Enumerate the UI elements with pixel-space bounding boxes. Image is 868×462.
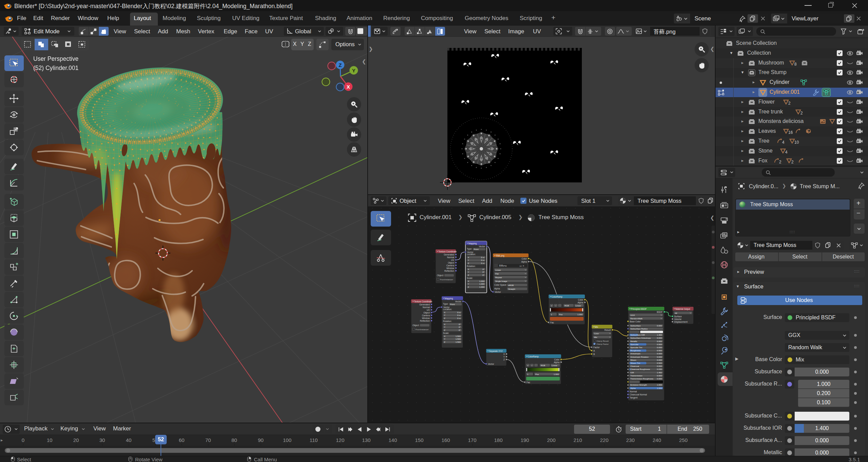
- svg-text:0 m: 0 m: [457, 317, 461, 319]
- svg-text:A: A: [593, 350, 595, 352]
- svg-text:X: X: [444, 312, 445, 314]
- svg-text:1.000: 1.000: [657, 387, 662, 389]
- svg-text:Scale:: Scale:: [467, 277, 473, 279]
- svg-text:Texture Coordinate: Texture Coordinate: [414, 300, 432, 303]
- svg-text:Clearcoat: Clearcoat: [630, 365, 639, 367]
- svg-text:Mapping: Mapping: [445, 297, 453, 300]
- svg-text:Separate XYZ: Separate XYZ: [489, 350, 503, 353]
- svg-text:Object: Object: [423, 312, 430, 314]
- svg-text:Alpha: Alpha: [521, 261, 527, 263]
- svg-text:Vector: Vector: [495, 291, 501, 293]
- svg-text:苔藓png: 苔藓png: [499, 264, 506, 267]
- svg-text:X: X: [503, 353, 505, 355]
- svg-text:Subsurface IOR: Subsurface IOR: [630, 334, 645, 336]
- svg-text:Roughness: Roughness: [630, 350, 641, 352]
- svg-text:Y: Y: [503, 356, 505, 358]
- svg-text:Point: Point: [450, 303, 455, 305]
- svg-text:Subsurface Anisotropy: Subsurface Anisotropy: [630, 337, 651, 339]
- svg-text:Object:: Object:: [437, 274, 444, 277]
- svg-text:Rotation:: Rotation:: [443, 320, 452, 322]
- svg-text:Window: Window: [446, 267, 454, 269]
- svg-text:Rotation:: Rotation:: [467, 265, 476, 267]
- svg-text:Specular Tint: Specular Tint: [630, 346, 642, 349]
- svg-text:X: X: [468, 268, 469, 270]
- svg-text:Alpha: Alpha: [554, 361, 559, 364]
- svg-text:Color Space: Color Space: [494, 284, 506, 286]
- svg-text:0°: 0°: [459, 329, 461, 331]
- svg-text:Z: Z: [468, 274, 469, 276]
- svg-text:1.000: 1.000: [554, 373, 559, 375]
- svg-text:Clearcoat Normal: Clearcoat Normal: [630, 393, 647, 396]
- svg-text:Vector: Vector: [488, 363, 494, 365]
- svg-text:Pos: Pos: [559, 314, 562, 316]
- svg-text:0°: 0°: [459, 326, 461, 328]
- svg-text:Pos: Pos: [535, 373, 539, 375]
- svg-text:0 m: 0 m: [481, 262, 484, 264]
- svg-text:0 m: 0 m: [481, 256, 484, 259]
- svg-text:Y: Y: [444, 314, 445, 316]
- svg-text:Object: Object: [448, 262, 454, 264]
- svg-text:GGX: GGX: [630, 314, 635, 316]
- svg-text:0.000: 0.000: [657, 365, 662, 367]
- svg-text:Generated: Generated: [419, 303, 430, 306]
- svg-text:IOR: IOR: [630, 372, 634, 374]
- svg-text:1.000: 1.000: [479, 286, 485, 288]
- svg-text:X: X: [468, 280, 469, 282]
- svg-text:Result: Result: [605, 329, 611, 331]
- svg-text:Color: Color: [554, 358, 559, 361]
- svg-text:Z: Z: [468, 286, 469, 288]
- svg-text:Y: Y: [468, 271, 469, 273]
- svg-text:Location:: Location:: [443, 308, 452, 310]
- svg-text:Sheen Tint: Sheen Tint: [630, 362, 640, 364]
- svg-text:0.030: 0.030: [657, 368, 662, 370]
- svg-text:BSDF: BSDF: [657, 311, 663, 313]
- svg-text:Displacement: Displacement: [674, 321, 688, 323]
- svg-text:Straight: Straight: [508, 288, 515, 290]
- svg-text:Transmission: Transmission: [630, 375, 642, 377]
- svg-text:X: X: [468, 256, 469, 259]
- svg-text:0°: 0°: [482, 274, 484, 276]
- svg-text:0.000: 0.000: [657, 337, 662, 339]
- svg-text:0.000: 0.000: [657, 325, 662, 327]
- svg-text:Z: Z: [468, 262, 469, 264]
- svg-text:Repeat: Repeat: [495, 277, 502, 279]
- svg-text:All: All: [675, 312, 677, 314]
- svg-text:Y: Y: [444, 338, 445, 340]
- svg-text:Y: Y: [468, 259, 469, 261]
- svg-text:0.000: 0.000: [657, 378, 662, 380]
- svg-text:0°: 0°: [482, 271, 484, 273]
- svg-text:0°: 0°: [482, 268, 484, 270]
- svg-text:Type:: Type:: [443, 303, 448, 305]
- svg-text:X: X: [444, 323, 445, 325]
- svg-text:Alpha: Alpha: [577, 301, 583, 304]
- svg-text:Mapping: Mapping: [468, 242, 477, 245]
- svg-text:0.000: 0.000: [657, 353, 662, 355]
- svg-text:Subsurface Radius: Subsurface Radius: [630, 328, 648, 330]
- svg-text:Z: Z: [444, 317, 445, 319]
- svg-text:Metallic: Metallic: [630, 340, 637, 342]
- svg-text:0 m: 0 m: [457, 312, 461, 314]
- svg-text:1.000: 1.000: [577, 314, 583, 316]
- svg-text:Window: Window: [422, 317, 430, 319]
- svg-text:Subsurface: Subsurface: [630, 325, 641, 327]
- svg-text:Point: Point: [474, 248, 479, 250]
- svg-text:RGB: RGB: [541, 365, 545, 367]
- svg-text:Surface: Surface: [674, 315, 682, 318]
- svg-text:0.500: 0.500: [657, 343, 662, 345]
- svg-text:+: +: [551, 305, 552, 307]
- svg-text:Z: Z: [503, 358, 505, 361]
- svg-text:Reflection: Reflection: [420, 320, 430, 322]
- svg-text:Linear: Linear: [575, 305, 581, 307]
- svg-text:Z: Z: [444, 329, 445, 331]
- svg-text:ColorRamp: ColorRamp: [552, 296, 562, 298]
- svg-text:Mix: Mix: [595, 326, 598, 328]
- svg-text:Type:: Type:: [467, 248, 472, 250]
- svg-text:Clamp Result: Clamp Result: [596, 340, 609, 342]
- svg-text:B: B: [593, 353, 595, 355]
- svg-text:FromInstancer: FromInstancer: [415, 328, 429, 331]
- svg-text:UV: UV: [451, 259, 455, 261]
- svg-text:Camera: Camera: [446, 264, 455, 267]
- svg-text:Camera: Camera: [422, 314, 430, 317]
- svg-text:Anisotropic Rotation: Anisotropic Rotation: [630, 356, 649, 358]
- svg-text:1.000: 1.000: [479, 280, 485, 282]
